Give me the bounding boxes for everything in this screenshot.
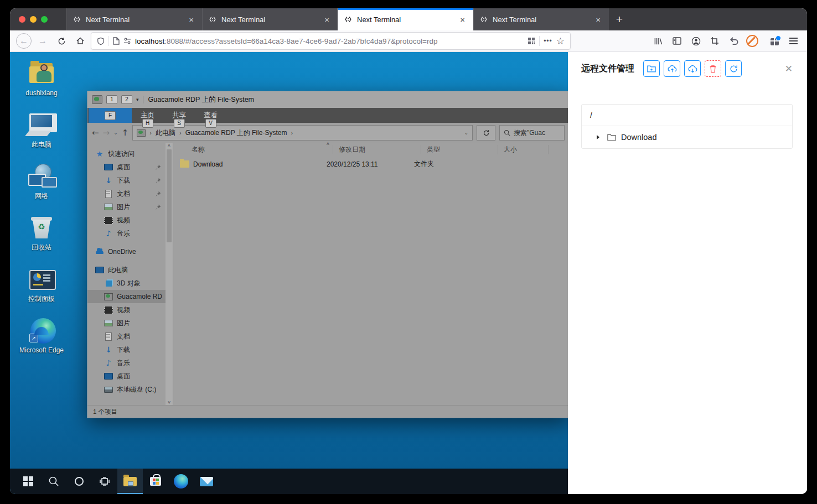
menu-button[interactable] bbox=[785, 33, 802, 49]
taskbar-file-explorer-button[interactable] bbox=[117, 469, 143, 494]
nav-downloads[interactable]: ↓下载 bbox=[87, 174, 166, 187]
desktop-icon-control-panel[interactable]: 控制面板 bbox=[17, 267, 66, 303]
url-bar[interactable]: localhost:8088/#/access?assetsId=66a14ca… bbox=[91, 32, 571, 50]
nav-3d-objects[interactable]: 3D 对象 bbox=[87, 277, 166, 290]
column-size[interactable]: 大小 bbox=[498, 145, 549, 154]
scrollbar-thumb[interactable] bbox=[167, 149, 172, 242]
column-type[interactable]: 类型 bbox=[421, 145, 498, 154]
expand-caret-icon[interactable] bbox=[597, 135, 599, 139]
permissions-icon[interactable] bbox=[123, 38, 131, 44]
scroll-down-icon[interactable]: ˄ bbox=[168, 399, 170, 405]
delete-button[interactable] bbox=[705, 60, 721, 77]
refresh-button[interactable] bbox=[477, 125, 495, 141]
browser-tab-4[interactable]: Next Terminal × bbox=[473, 8, 609, 30]
tab-close-icon[interactable]: × bbox=[186, 14, 197, 25]
scroll-up-icon[interactable]: ˄ bbox=[168, 143, 170, 148]
ribbon-tab-share[interactable]: 共享 S bbox=[163, 108, 195, 123]
forward-button[interactable]: → bbox=[34, 33, 51, 49]
nav-music-pc[interactable]: ♪音乐 bbox=[87, 356, 166, 370]
reload-button[interactable] bbox=[53, 33, 70, 49]
qat-dropdown-icon[interactable]: ▾ bbox=[136, 97, 139, 102]
nav-videos[interactable]: 视频 bbox=[87, 214, 166, 227]
desktop-icon-this-pc[interactable]: 此电脑 bbox=[17, 112, 66, 149]
desktop-icon-microsoft-edge[interactable]: ↗ Microsoft Edge bbox=[17, 318, 66, 355]
taskbar-search-button[interactable] bbox=[41, 469, 66, 494]
nav-desktop-pc[interactable]: 桌面 bbox=[87, 370, 166, 383]
ribbon-tab-home[interactable]: 主页 H bbox=[132, 108, 163, 123]
nav-this-pc[interactable]: 此电脑 bbox=[87, 263, 166, 277]
nav-desktop[interactable]: 桌面 bbox=[87, 160, 166, 174]
taskbar-mail-button[interactable] bbox=[194, 469, 219, 494]
start-button[interactable] bbox=[15, 469, 41, 494]
file-list-empty-area[interactable] bbox=[173, 172, 568, 405]
nav-guacamole-drive-selected[interactable]: Guacamole RD bbox=[87, 290, 166, 303]
undo-close-tab-button[interactable] bbox=[725, 33, 742, 49]
desktop-icon-network[interactable]: 网络 bbox=[17, 164, 66, 200]
screenshot-button[interactable] bbox=[706, 33, 723, 49]
task-view-button[interactable] bbox=[92, 469, 117, 494]
cortana-button[interactable] bbox=[66, 469, 92, 494]
minimize-window-button[interactable] bbox=[30, 16, 37, 23]
nav-forward-button[interactable]: → bbox=[103, 128, 110, 138]
browser-tab-2[interactable]: Next Terminal × bbox=[202, 8, 338, 30]
nav-music[interactable]: ♪音乐 bbox=[87, 227, 166, 240]
nav-up-button[interactable]: ↑ bbox=[122, 128, 129, 138]
address-dropdown-icon[interactable]: ⌄ bbox=[464, 130, 468, 136]
nav-downloads-pc[interactable]: ↓下载 bbox=[87, 343, 166, 356]
taskbar-store-button[interactable] bbox=[143, 469, 168, 494]
refresh-tree-button[interactable] bbox=[725, 60, 742, 77]
nav-pictures[interactable]: 图片 bbox=[87, 200, 166, 214]
new-tab-button[interactable]: + bbox=[609, 8, 630, 30]
nav-local-disk-c[interactable]: 本地磁盘 (C:) bbox=[87, 383, 166, 396]
column-name[interactable]: 名称˄ bbox=[173, 145, 333, 154]
nav-quick-access[interactable]: ★快速访问 bbox=[87, 147, 166, 160]
nav-videos-pc[interactable]: 视频 bbox=[87, 303, 166, 316]
column-date-modified[interactable]: 修改日期 bbox=[333, 145, 421, 154]
breadcrumb-current[interactable]: Guacamole RDP 上的 File-System bbox=[185, 128, 287, 138]
file-row-download[interactable]: Download 2020/12/25 13:11 文件夹 bbox=[173, 157, 568, 172]
nav-documents[interactable]: 文档 bbox=[87, 187, 166, 200]
extension-gift-button[interactable] bbox=[766, 33, 783, 49]
desktop-icon-dushixiang[interactable]: dushixiang bbox=[17, 61, 66, 97]
page-actions-button[interactable]: ••• bbox=[544, 37, 552, 45]
explorer-title-bar[interactable]: 1 2 ▾ Guacamole RDP 上的 File-System bbox=[87, 91, 568, 108]
file-explorer-window[interactable]: 1 2 ▾ Guacamole RDP 上的 File-System 文件 F … bbox=[87, 91, 568, 418]
browser-tab-3-active[interactable]: Next Terminal × bbox=[338, 8, 473, 30]
tab-close-icon[interactable]: × bbox=[593, 14, 603, 25]
tree-item-download[interactable]: Download bbox=[582, 126, 792, 148]
tab-close-icon[interactable]: × bbox=[457, 14, 468, 25]
home-button[interactable] bbox=[72, 33, 89, 49]
bookmark-star-icon[interactable]: ☆ bbox=[556, 35, 565, 46]
nav-history-dropdown-icon[interactable]: ⌄ bbox=[113, 130, 118, 136]
rdp-viewport[interactable]: dushixiang 此电脑 网络 ♻ 回收站 bbox=[10, 52, 568, 494]
nav-scrollbar[interactable]: ˄ ˄ bbox=[166, 143, 173, 405]
desktop-icon-recycle-bin[interactable]: ♻ 回收站 bbox=[17, 215, 66, 252]
qr-page-action-icon[interactable] bbox=[528, 37, 535, 45]
browser-tab-1[interactable]: Next Terminal × bbox=[66, 8, 202, 30]
upload-button[interactable] bbox=[664, 60, 680, 77]
sidebar-toggle-button[interactable] bbox=[669, 33, 685, 49]
taskbar-edge-button[interactable] bbox=[168, 469, 194, 494]
tab-close-icon[interactable]: × bbox=[322, 14, 332, 25]
current-path[interactable]: / bbox=[582, 105, 792, 126]
close-window-button[interactable] bbox=[19, 16, 25, 23]
ribbon-tab-file[interactable]: 文件 F bbox=[89, 108, 132, 123]
page-info-icon[interactable] bbox=[113, 37, 120, 45]
library-button[interactable] bbox=[650, 33, 666, 49]
explorer-search-box[interactable]: 搜索"Guac bbox=[499, 125, 565, 141]
nav-documents-pc[interactable]: 文档 bbox=[87, 330, 166, 343]
new-folder-button[interactable] bbox=[643, 60, 660, 77]
download-button[interactable] bbox=[684, 60, 701, 77]
shield-icon[interactable] bbox=[97, 37, 105, 45]
ribbon-tab-view[interactable]: 查看 V bbox=[195, 108, 226, 123]
zoom-window-button[interactable] bbox=[41, 16, 48, 23]
content-blocker-extension-button[interactable] bbox=[744, 33, 761, 49]
url-text[interactable]: localhost:8088/#/access?assetsId=66a14ca… bbox=[135, 37, 524, 45]
account-button[interactable] bbox=[687, 33, 704, 49]
back-button[interactable]: ← bbox=[15, 33, 32, 49]
nav-back-button[interactable]: ← bbox=[92, 128, 99, 138]
nav-onedrive[interactable]: OneDrive bbox=[87, 245, 166, 258]
drawer-close-button[interactable]: ✕ bbox=[785, 64, 793, 74]
nav-pictures-pc[interactable]: 图片 bbox=[87, 316, 166, 330]
breadcrumb-this-pc[interactable]: 此电脑 bbox=[156, 128, 175, 138]
